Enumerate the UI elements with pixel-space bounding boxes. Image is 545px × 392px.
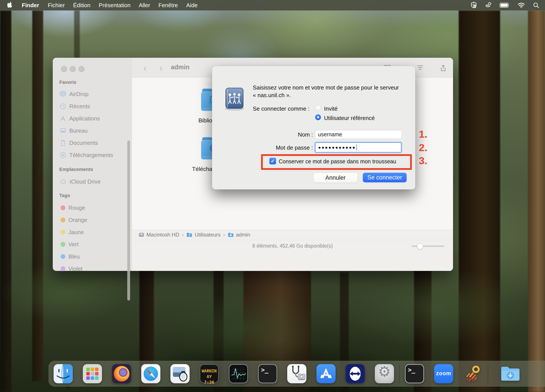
- tag-label: Bleu: [68, 253, 80, 260]
- sidebar-tag-jaune[interactable]: Jaune: [57, 227, 129, 237]
- dock-terminal-icon[interactable]: >_: [258, 364, 277, 383]
- sidebar-tag-rouge[interactable]: Rouge: [57, 203, 129, 213]
- tag-label: Rouge: [68, 204, 85, 211]
- dock-comet-icon[interactable]: [463, 364, 483, 383]
- sidebar-item-recents[interactable]: Récents: [57, 101, 129, 111]
- favorites-header: Favoris: [59, 80, 76, 85]
- password-input[interactable]: ●●●●●●●●●●●: [315, 142, 401, 153]
- menu-item-aide[interactable]: Aide: [182, 2, 202, 9]
- menu-bar-left: Finder Fichier Édition Présentation Alle…: [0, 1, 202, 9]
- tag-label: Jaune: [68, 229, 84, 236]
- menu-item-presentation[interactable]: Présentation: [95, 2, 135, 9]
- menu-item-finder[interactable]: Finder: [17, 2, 43, 9]
- dock-divider: [488, 364, 488, 383]
- name-input[interactable]: username: [315, 130, 402, 139]
- wifi-icon[interactable]: [518, 2, 525, 8]
- dock-system-preferences-icon[interactable]: ⚙: [375, 364, 394, 383]
- connect-to-server-dialog: Saisissez votre nom et votre mot de pass…: [212, 66, 415, 190]
- sidebar-item-telechargements[interactable]: Téléchargements: [57, 150, 129, 160]
- sidebar-item-airdrop[interactable]: AirDrop: [57, 89, 129, 99]
- folder-users-icon: [186, 232, 192, 237]
- dock-teamviewer-icon[interactable]: [346, 364, 365, 383]
- document-icon: [60, 140, 66, 146]
- path-segment-macintosh-hd[interactable]: Macintosh HD: [139, 232, 179, 238]
- text-caret: [357, 144, 357, 151]
- password-masked-value: ●●●●●●●●●●●: [318, 145, 356, 150]
- connect-button[interactable]: Se connecter: [363, 173, 407, 182]
- annotation-step-3: 3.: [419, 155, 427, 167]
- shield-check-icon[interactable]: [471, 2, 477, 9]
- battery-icon[interactable]: [500, 3, 510, 8]
- disk-icon: [139, 232, 144, 238]
- sidebar-item-label: Documents: [69, 140, 98, 146]
- dock-disk-utility-icon[interactable]: [287, 364, 306, 383]
- path-label: admin: [236, 232, 250, 238]
- menu-item-edition[interactable]: Édition: [69, 2, 95, 9]
- dock-finder-icon[interactable]: [54, 364, 73, 383]
- sidebar-tag-vert[interactable]: Vert: [57, 239, 129, 249]
- tag-label: Orange: [68, 217, 87, 223]
- registered-radio-label[interactable]: Utilisateur référencé: [324, 115, 375, 122]
- dock-terminal2-icon[interactable]: >_: [405, 364, 424, 383]
- tag-dot: [61, 242, 65, 247]
- registered-user-radio[interactable]: [315, 114, 321, 120]
- sidebar-tag-orange[interactable]: Orange: [57, 215, 129, 225]
- sidebar-item-applications[interactable]: Applications: [57, 113, 129, 123]
- apple-menu[interactable]: [0, 1, 17, 9]
- dock-warning-widget-icon[interactable]: WARNIN AY 7:36: [200, 364, 219, 383]
- dock-safari-icon[interactable]: [141, 364, 160, 383]
- cancel-button[interactable]: Annuler: [313, 173, 358, 183]
- sidebar-tag-violet[interactable]: Violet: [57, 264, 129, 274]
- tag-dot: [61, 205, 65, 210]
- folder-home-icon: [228, 232, 234, 237]
- menu-item-aller[interactable]: Aller: [135, 2, 154, 9]
- path-label: Utilisateurs: [195, 232, 221, 238]
- dock-zoom-icon[interactable]: zoom: [434, 364, 453, 383]
- sidebar-item-icloud[interactable]: iCloud Drive: [57, 177, 129, 187]
- path-segment-admin[interactable]: admin: [228, 232, 250, 238]
- guest-radio[interactable]: [315, 105, 321, 111]
- forward-button[interactable]: ›: [159, 62, 163, 74]
- comet-status-icon[interactable]: [485, 2, 492, 9]
- annotation-step-1: 1.: [419, 128, 427, 140]
- slider-knob[interactable]: [417, 243, 423, 249]
- dock-activity-monitor-icon[interactable]: [229, 364, 248, 383]
- network-server-icon: [224, 87, 244, 111]
- cloud-icon: [60, 178, 67, 185]
- menu-item-fenetre[interactable]: Fenêtre: [154, 2, 182, 9]
- dock-launchpad-icon[interactable]: [83, 364, 102, 383]
- airdrop-icon: [60, 91, 66, 97]
- dock-firefox-icon[interactable]: [112, 364, 131, 383]
- clock-icon: [60, 103, 66, 110]
- guest-radio-label[interactable]: Invité: [324, 105, 338, 112]
- warning-line2: AY 7:36: [201, 374, 217, 385]
- firefox-globe: [114, 366, 130, 381]
- sidebar-scrollbar[interactable]: [127, 141, 130, 300]
- path-segment-utilisateurs[interactable]: Utilisateurs: [186, 232, 221, 238]
- dock-app-store-icon[interactable]: [316, 364, 336, 383]
- terminal-prompt: >_: [408, 366, 415, 374]
- group-by-icon[interactable]: [417, 65, 424, 72]
- sidebar-item-bureau[interactable]: Bureau: [57, 126, 129, 136]
- dock-downloads-folder-icon[interactable]: [500, 364, 519, 383]
- share-icon[interactable]: [440, 65, 446, 73]
- back-button[interactable]: ‹: [143, 62, 147, 74]
- dock-preview-icon[interactable]: [170, 364, 190, 383]
- tag-label: Violet: [68, 265, 83, 272]
- close-button[interactable]: [61, 66, 67, 72]
- active-app-dot: [67, 386, 69, 388]
- sidebar-tag-bleu[interactable]: Bleu: [57, 251, 129, 262]
- icon-size-slider[interactable]: [412, 246, 444, 247]
- download-circle-icon: [60, 152, 66, 158]
- zoom-button[interactable]: [78, 66, 85, 72]
- sidebar-item-documents[interactable]: Documents: [57, 138, 129, 148]
- password-label: Mot de passe :: [261, 144, 313, 151]
- minimize-button[interactable]: [70, 66, 76, 72]
- spotlight-icon[interactable]: [533, 2, 539, 8]
- menu-bar: Finder Fichier Édition Présentation Alle…: [0, 0, 545, 11]
- dock-divider: [399, 364, 400, 383]
- desktop-icon: [60, 127, 66, 134]
- tag-dot: [61, 230, 65, 234]
- menu-item-fichier[interactable]: Fichier: [43, 2, 69, 9]
- menu-bar-status: [471, 2, 545, 9]
